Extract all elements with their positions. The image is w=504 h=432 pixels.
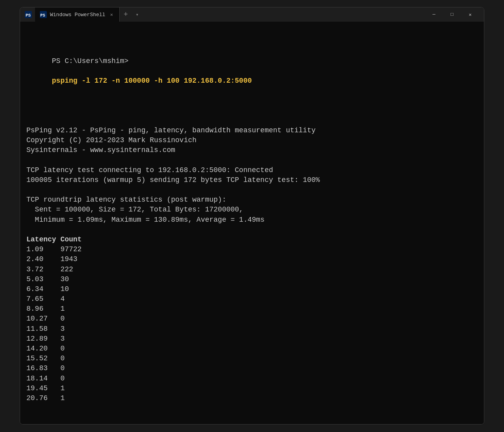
terminal-line: 14.20 0 [26, 344, 478, 354]
tab-powershell[interactable]: PS Windows PowerShell ✕ [35, 7, 120, 22]
terminal-line [26, 185, 478, 195]
terminal-line: 15.52 0 [26, 354, 478, 363]
svg-text:PS: PS [40, 13, 45, 18]
minimize-button[interactable]: ─ [425, 7, 443, 22]
close-button[interactable]: ✕ [461, 7, 479, 22]
terminal-line: 11.58 3 [26, 324, 478, 334]
tab-powershell-icon: PS [40, 11, 47, 18]
powershell-icon: PS [25, 11, 32, 18]
terminal-line: TCP roundtrip latency statistics (post w… [26, 195, 478, 205]
terminal-line: 16.83 0 [26, 363, 478, 373]
terminal-line: 12.89 3 [26, 334, 478, 344]
tab-label: Windows PowerShell [50, 12, 105, 18]
prompt-line: PS C:\Users\mshim> psping -l 172 -n 1000… [26, 46, 478, 96]
terminal-line: Sent = 100000, Size = 172, Total Bytes: … [26, 205, 478, 215]
titlebar: PS PS Windows PowerShell ✕ + ▾ ─ □ ✕ [20, 7, 484, 22]
tab-dropdown-button[interactable]: ▾ [132, 7, 143, 22]
window-controls: ─ □ ✕ [425, 7, 479, 22]
terminal-line: 18.14 0 [26, 374, 478, 384]
svg-text:PS: PS [26, 13, 31, 18]
terminal-line [26, 155, 478, 165]
terminal-line: 3.72 222 [26, 265, 478, 274]
terminal-line: 7.65 4 [26, 294, 478, 304]
tab-area: PS Windows PowerShell ✕ + ▾ [35, 7, 422, 22]
terminal-line: 100005 iterations (warmup 5) sending 172… [26, 175, 478, 185]
terminal-line: Latency Count [26, 235, 478, 245]
terminal-line: 20.76 1 [26, 393, 478, 403]
terminal-line: PsPing v2.12 - PsPing - ping, latency, b… [26, 126, 478, 135]
terminal-line: Copyright (C) 2012-2023 Mark Russinovich [26, 135, 478, 145]
terminal-line: Minimum = 1.09ms, Maximum = 130.89ms, Av… [26, 215, 478, 225]
powershell-window: PS PS Windows PowerShell ✕ + ▾ ─ □ ✕ [20, 7, 484, 425]
terminal-body[interactable]: PS C:\Users\mshim> psping -l 172 -n 1000… [20, 22, 484, 424]
terminal-line: 19.45 1 [26, 384, 478, 393]
new-tab-button[interactable]: + [120, 7, 132, 22]
terminal-line: TCP latency test connecting to 192.168.0… [26, 165, 478, 175]
terminal-line: 8.96 1 [26, 304, 478, 314]
prompt-text: PS C:\Users\mshim> [52, 57, 128, 65]
maximize-button[interactable]: □ [443, 7, 461, 22]
output-area: PsPing v2.12 - PsPing - ping, latency, b… [26, 116, 478, 403]
terminal-line: 2.40 1943 [26, 254, 478, 264]
command-text: psping -l 172 -n 100000 -h 100 192.168.0… [52, 77, 252, 85]
terminal-line: Sysinternals - www.sysinternals.com [26, 145, 478, 155]
terminal-line [26, 116, 478, 126]
terminal-line: 5.03 30 [26, 274, 478, 284]
terminal-line [26, 225, 478, 235]
terminal-line: 6.34 10 [26, 284, 478, 294]
tab-close-button[interactable]: ✕ [108, 11, 115, 18]
terminal-line: 10.27 0 [26, 314, 478, 324]
terminal-line: 1.09 97722 [26, 245, 478, 254]
